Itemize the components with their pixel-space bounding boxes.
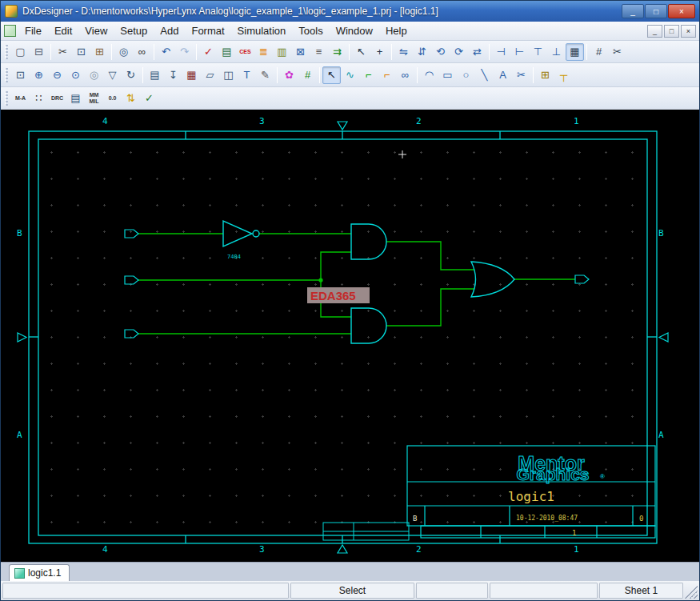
resize-grip[interactable] [685, 583, 698, 599]
redo-icon[interactable]: ↷ [175, 43, 194, 61]
packager-icon[interactable]: ⊠ [291, 43, 310, 61]
design-check-icon[interactable]: ✓ [140, 90, 158, 107]
selection-filter-icon[interactable]: ↖ [352, 43, 370, 61]
input-port-3[interactable] [125, 330, 138, 338]
find-icon[interactable]: ∞ [133, 43, 151, 61]
new-document-icon[interactable]: ▢ [11, 43, 30, 61]
add-net-icon[interactable]: ⌐ [359, 66, 378, 84]
precision-toggle-icon[interactable]: 0.0 [103, 90, 122, 107]
input-port-2[interactable] [125, 276, 138, 284]
mdi-restore-button[interactable]: □ [664, 25, 679, 38]
forward-annotate-icon[interactable]: ⇉ [328, 43, 346, 61]
add-rectangle-icon[interactable]: ▭ [438, 66, 457, 84]
text-properties-icon[interactable]: T [238, 66, 256, 84]
toolbar-handle[interactable] [5, 45, 8, 59]
zoom-in-icon[interactable]: ⊕ [30, 66, 48, 84]
rotate-left-icon[interactable]: ⟲ [431, 43, 450, 61]
databook-icon[interactable]: ▤ [218, 43, 236, 61]
align-bottom-icon[interactable]: ⊥ [547, 43, 566, 61]
edit-attributes-icon[interactable]: ✎ [256, 66, 274, 84]
close-button[interactable]: × [668, 4, 695, 18]
paste-icon[interactable]: ⊞ [90, 43, 109, 61]
add-line-icon[interactable]: ╲ [475, 66, 494, 84]
menu-edit[interactable]: Edit [48, 22, 78, 39]
input-port-1[interactable] [125, 230, 138, 238]
swap-coords-icon[interactable]: ⇅ [122, 90, 140, 107]
swap-ends-icon[interactable]: ⇄ [468, 43, 486, 61]
menu-tools[interactable]: Tools [292, 22, 329, 39]
toggle-grid-icon[interactable]: ▦ [566, 43, 584, 61]
page-setup-icon[interactable]: ▽ [103, 66, 122, 84]
add-symbol-icon[interactable]: ⊞ [536, 66, 554, 84]
align-right-icon[interactable]: ⊢ [510, 43, 529, 61]
symbol-editor-icon[interactable]: ◫ [219, 66, 238, 84]
zoom-out-icon[interactable]: ⊖ [48, 66, 66, 84]
office-integration-icon[interactable]: ✿ [280, 66, 298, 84]
variants-icon[interactable]: ▥ [273, 43, 291, 61]
mirror-vertical-icon[interactable]: ⇵ [413, 43, 431, 61]
mirror-horizontal-icon[interactable]: ⇋ [394, 43, 413, 61]
zoom-previous-icon[interactable]: ◎ [85, 66, 103, 84]
spreadsheet-view-icon[interactable]: ▤ [66, 90, 85, 107]
add-circle-icon[interactable]: ○ [457, 66, 475, 84]
add-pin-icon[interactable]: ┬ [554, 66, 573, 84]
drc-check-icon[interactable]: DRC [48, 90, 66, 107]
toolbar-handle[interactable] [5, 68, 8, 82]
not-gate[interactable] [223, 221, 252, 246]
mdi-minimize-button[interactable]: _ [647, 25, 662, 38]
menu-view[interactable]: View [78, 22, 114, 39]
menu-file[interactable]: File [18, 22, 48, 39]
toolbar-handle[interactable] [5, 91, 8, 106]
or-gate[interactable] [471, 262, 514, 297]
verify-icon[interactable]: ✓ [199, 43, 218, 61]
document-icon[interactable] [4, 25, 16, 37]
manual-auto-icon[interactable]: M-A [11, 90, 30, 107]
undo-icon[interactable]: ↶ [157, 43, 175, 61]
add-bus-icon[interactable]: ⌐ [378, 66, 396, 84]
rip-segment-icon[interactable]: ✂ [608, 43, 626, 61]
print-icon[interactable]: ⊟ [30, 43, 48, 61]
signal-probe-icon[interactable]: ∿ [341, 66, 359, 84]
menu-add[interactable]: Add [154, 22, 185, 39]
minimize-button[interactable]: _ [622, 4, 644, 18]
ces-icon[interactable]: CES [236, 43, 254, 61]
add-text-icon[interactable]: A [494, 66, 512, 84]
origin-snap-icon[interactable]: ∷ [30, 90, 48, 107]
pcb-netlist-icon[interactable]: ▦ [182, 66, 201, 84]
align-left-icon[interactable]: ⊣ [492, 43, 510, 61]
redraw-icon[interactable]: ↻ [122, 66, 140, 84]
and-gate-top[interactable] [351, 224, 386, 259]
copy-icon[interactable]: ⊡ [72, 43, 90, 61]
cut-icon[interactable]: ✂ [54, 43, 72, 61]
tab-logic1-1[interactable]: logic1.1 [9, 564, 70, 581]
units-toggle-icon[interactable]: MM MIL [85, 90, 103, 107]
add-net-name-icon[interactable]: ∞ [396, 66, 414, 84]
netlist-explorer-icon[interactable]: # [298, 66, 317, 84]
menu-format[interactable]: Format [185, 22, 230, 39]
menu-setup[interactable]: Setup [114, 22, 154, 39]
mdi-close-button[interactable]: × [681, 25, 696, 38]
bom-icon[interactable]: ≡ [310, 43, 328, 61]
align-top-icon[interactable]: ⊤ [529, 43, 547, 61]
menu-help[interactable]: Help [379, 22, 414, 39]
cut-wire-icon[interactable]: ✂ [512, 66, 530, 84]
maximize-button[interactable]: □ [645, 4, 667, 18]
zoom-area-icon[interactable]: ⊙ [66, 66, 85, 84]
push-into-block-icon[interactable]: ↧ [164, 66, 182, 84]
place-active-part-icon[interactable]: + [370, 43, 389, 61]
select-mode-icon[interactable]: ↖ [322, 66, 341, 84]
output-port[interactable] [575, 275, 589, 283]
fit-view-icon[interactable]: ⊡ [11, 66, 30, 84]
constraints-icon[interactable]: ≣ [254, 43, 273, 61]
app-icon[interactable] [5, 5, 18, 18]
menu-window[interactable]: Window [330, 22, 379, 39]
rotate-right-icon[interactable]: ⟳ [450, 43, 468, 61]
print-preview-icon[interactable]: ◎ [114, 43, 133, 61]
menu-simulation[interactable]: Simulation [231, 22, 293, 39]
schematic-canvas[interactable]: 7404 EDA365 [1, 110, 699, 562]
open-schematic-icon[interactable]: ▤ [146, 66, 164, 84]
and-gate-bottom[interactable] [351, 308, 386, 343]
snap-to-grid-icon[interactable]: # [590, 43, 608, 61]
add-arc-icon[interactable]: ◠ [420, 66, 438, 84]
new-sheet-icon[interactable]: ▱ [201, 66, 219, 84]
